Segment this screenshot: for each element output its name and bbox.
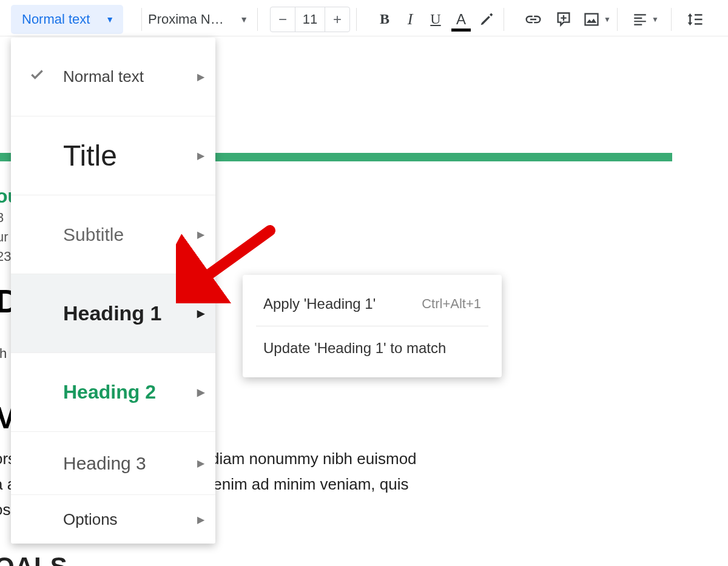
- toolbar-divider: [141, 8, 142, 31]
- doc-heading-fragment: OALS: [0, 552, 68, 566]
- font-size-input[interactable]: 11: [295, 7, 325, 32]
- submenu-arrow-icon: ▶: [197, 150, 204, 161]
- annotation-arrow: [176, 224, 279, 303]
- image-icon: [583, 11, 600, 28]
- caret-down-icon: ▼: [604, 15, 611, 24]
- style-option-label: Heading 3: [63, 453, 146, 474]
- style-option-label: Heading 1: [63, 302, 161, 325]
- submenu-arrow-icon: ▶: [197, 514, 204, 525]
- highlight-color-button[interactable]: [476, 8, 497, 30]
- text-color-button[interactable]: A: [450, 8, 472, 30]
- update-heading-1-to-match[interactable]: Update 'Heading 1' to match: [243, 334, 502, 363]
- submenu-arrow-icon: ▶: [197, 71, 204, 83]
- keyboard-shortcut: Ctrl+Alt+1: [422, 296, 481, 312]
- heading-1-submenu: Apply 'Heading 1' Ctrl+Alt+1 Update 'Hea…: [243, 275, 502, 377]
- decrease-font-size-button[interactable]: −: [271, 7, 295, 32]
- style-option-normal-text[interactable]: Normal text ▶: [11, 38, 215, 116]
- style-option-label: Normal text: [63, 67, 144, 86]
- style-option-heading-2[interactable]: Heading 2 ▶: [11, 353, 215, 432]
- doc-text-fragment: th: [0, 346, 7, 362]
- insert-link-button[interactable]: [522, 8, 544, 30]
- paragraph-styles-label: Normal text: [22, 12, 90, 27]
- toolbar-divider: [356, 8, 357, 31]
- text-color-glyph: A: [456, 11, 466, 28]
- toolbar-divider: [671, 8, 672, 31]
- paragraph-styles-select[interactable]: Normal text ▼: [11, 5, 123, 34]
- style-options-menu[interactable]: Options ▶: [11, 495, 215, 544]
- submenu-divider: [256, 326, 488, 326]
- font-size-group: − 11 +: [270, 7, 350, 32]
- underline-button[interactable]: U: [425, 8, 447, 30]
- style-option-title[interactable]: Title ▶: [11, 116, 215, 195]
- align-left-icon: [632, 12, 648, 27]
- insert-group: ▼: [522, 8, 611, 30]
- italic-button[interactable]: I: [399, 8, 421, 30]
- submenu-arrow-icon: ▶: [197, 457, 204, 469]
- comment-icon: [555, 11, 572, 28]
- align-group: ▼: [632, 8, 706, 31]
- checkmark-icon: [29, 67, 45, 87]
- align-button[interactable]: ▼: [632, 8, 659, 30]
- style-option-heading-3[interactable]: Heading 3 ▶: [11, 432, 215, 495]
- svg-rect-0: [585, 13, 598, 25]
- style-option-label: Options: [63, 510, 118, 529]
- toolbar-divider: [504, 8, 504, 31]
- highlighter-icon: [478, 11, 495, 28]
- toolbar-divider: [617, 8, 618, 31]
- format-group: B I U A: [374, 8, 497, 30]
- toolbar: Normal text ▼ Proxima N… ▼ − 11 + B I U …: [0, 2, 728, 36]
- link-icon: [524, 10, 542, 29]
- increase-font-size-button[interactable]: +: [325, 7, 349, 32]
- style-option-label: Heading 2: [63, 381, 156, 403]
- font-family-select[interactable]: Proxima N… ▼: [148, 12, 251, 27]
- caret-down-icon: ▼: [106, 15, 114, 24]
- line-spacing-icon: [686, 10, 704, 29]
- apply-heading-1[interactable]: Apply 'Heading 1' Ctrl+Alt+1: [243, 289, 502, 318]
- text-color-bar: [451, 29, 471, 32]
- submenu-arrow-icon: ▶: [197, 386, 204, 398]
- bold-button[interactable]: B: [374, 8, 396, 30]
- style-option-label: Title: [63, 139, 117, 172]
- submenu-arrow-icon: ▶: [197, 308, 204, 319]
- doc-text-fragment: 3ur23: [0, 208, 11, 266]
- caret-down-icon: ▼: [240, 15, 248, 24]
- submenu-label: Apply 'Heading 1': [263, 295, 376, 312]
- font-family-label: Proxima N…: [148, 12, 224, 27]
- insert-image-button[interactable]: ▼: [583, 8, 611, 30]
- submenu-label: Update 'Heading 1' to match: [263, 340, 446, 357]
- caret-down-icon: ▼: [652, 15, 659, 24]
- toolbar-divider: [257, 8, 258, 31]
- line-spacing-button[interactable]: [684, 8, 706, 30]
- style-option-label: Subtitle: [63, 224, 124, 245]
- add-comment-button[interactable]: [553, 8, 575, 30]
